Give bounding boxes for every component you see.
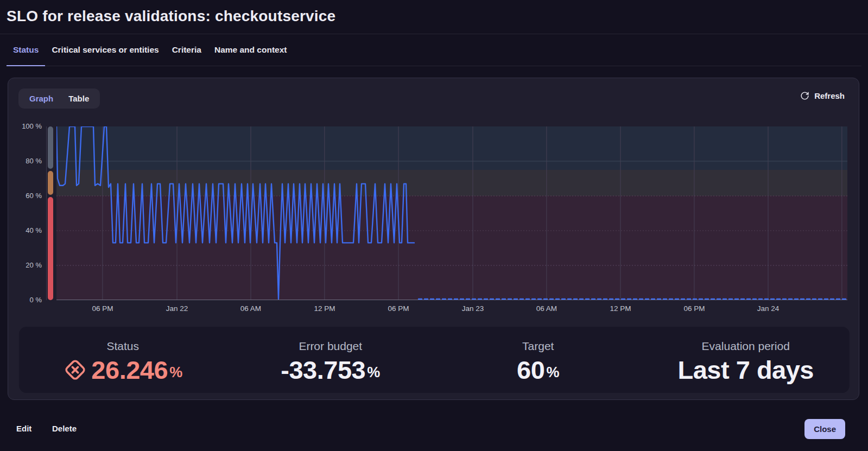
metric-evaluation-period: Evaluation period Last 7 days <box>642 327 850 393</box>
x-axis-labels: 06 PMJan 2206 AM12 PM06 PMJan 2306 AM12 … <box>56 304 847 315</box>
metric-status: Status 26.246 % <box>19 327 227 393</box>
x-axis-label: 12 PM <box>596 304 645 313</box>
refresh-icon <box>800 91 809 100</box>
metric-evaluation-period-value: Last 7 days <box>677 357 814 383</box>
page-title: SLO for release validations: checkoutser… <box>7 8 335 25</box>
metric-error-budget-value: -33.753 <box>281 357 365 383</box>
metric-status-value: 26.246 <box>91 357 168 383</box>
x-axis-label: 06 PM <box>374 304 423 313</box>
delete-button[interactable]: Delete <box>52 424 77 433</box>
threshold-bar-segment <box>48 171 53 195</box>
metric-target-value: 60 <box>517 357 544 383</box>
x-axis-label: 06 AM <box>522 304 571 313</box>
slo-threshold-bar <box>48 126 53 300</box>
y-axis-label: 40 % <box>8 226 42 235</box>
metric-target: Target 60 % <box>434 327 642 393</box>
y-axis-label: 80 % <box>8 157 42 166</box>
y-axis-label: 0 % <box>8 296 42 304</box>
threshold-bar-segment <box>48 197 53 300</box>
toggle-table[interactable]: Table <box>61 94 97 103</box>
tab-critical-services-label: Critical services or entities <box>52 45 159 55</box>
metric-evaluation-period-label: Evaluation period <box>702 340 790 353</box>
x-axis-label: 12 PM <box>300 304 349 313</box>
status-error-icon <box>63 358 87 382</box>
y-axis-labels: 100 %80 %60 %40 %20 %0 % <box>8 126 42 300</box>
metric-error-budget: Error budget -33.753 % <box>227 327 435 393</box>
tab-name-and-context[interactable]: Name and context <box>208 34 294 66</box>
x-axis-label: 06 AM <box>226 304 275 313</box>
status-card: Graph Table Refresh 100 %80 %60 %40 %20 … <box>8 78 859 400</box>
metric-error-budget-unit: % <box>367 364 380 383</box>
slo-graph-svg <box>56 126 847 300</box>
summary-panel: Status 26.246 % Error budget -33.753 % T… <box>19 327 850 393</box>
y-axis-label: 60 % <box>8 192 42 200</box>
refresh-button[interactable]: Refresh <box>800 91 845 100</box>
active-tab-indicator <box>7 65 45 66</box>
tab-status[interactable]: Status <box>7 34 45 66</box>
tab-name-and-context-label: Name and context <box>214 45 287 55</box>
toggle-graph[interactable]: Graph <box>22 94 61 103</box>
edit-button[interactable]: Edit <box>16 424 31 433</box>
tab-status-label: Status <box>13 45 39 55</box>
tab-criteria[interactable]: Criteria <box>166 34 208 66</box>
threshold-bar-segment <box>48 126 53 169</box>
metric-status-label: Status <box>106 340 139 353</box>
graph-table-toggle: Graph Table <box>18 88 100 109</box>
metric-target-label: Target <box>522 340 554 353</box>
y-axis-line <box>46 126 47 300</box>
y-axis-label: 100 % <box>8 122 42 131</box>
tab-bar: Status Critical services or entities Cri… <box>7 34 861 66</box>
x-axis-label: 06 PM <box>670 304 719 313</box>
tab-criteria-label: Criteria <box>172 45 201 55</box>
tab-critical-services[interactable]: Critical services or entities <box>45 34 165 66</box>
x-axis-label: Jan 23 <box>448 304 497 313</box>
metric-error-budget-label: Error budget <box>299 340 362 353</box>
metric-status-unit: % <box>169 364 182 383</box>
x-axis-label: Jan 24 <box>744 304 793 313</box>
slo-graph[interactable] <box>56 126 847 300</box>
x-axis-label: 06 PM <box>78 304 127 313</box>
x-axis-label: Jan 22 <box>153 304 201 313</box>
close-button[interactable]: Close <box>804 419 845 439</box>
refresh-label: Refresh <box>814 91 845 100</box>
y-axis-label: 20 % <box>8 261 42 270</box>
metric-target-unit: % <box>546 364 559 383</box>
